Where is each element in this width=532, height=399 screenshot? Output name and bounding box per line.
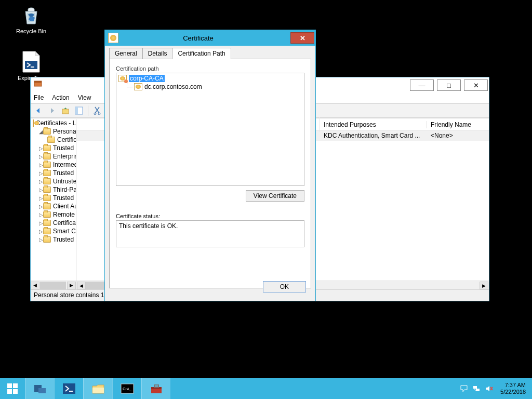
folder-icon bbox=[43, 128, 51, 135]
taskbar-powershell[interactable] bbox=[54, 378, 83, 399]
tree-root[interactable]: Certificates - Local C bbox=[31, 119, 76, 127]
tree-node[interactable]: ▷Trusted People bbox=[31, 194, 76, 202]
tree-label: Enterprise Trust bbox=[53, 153, 76, 160]
tabs: General Details Certification Path bbox=[109, 48, 311, 59]
folder-icon bbox=[43, 170, 51, 176]
expand-icon[interactable]: ▷ bbox=[39, 195, 43, 201]
network-icon[interactable] bbox=[472, 384, 481, 393]
certification-path-tree[interactable]: corp-CA-CA dc.corp.contoso.com bbox=[116, 73, 304, 186]
folder-icon bbox=[43, 211, 51, 218]
tree-node[interactable]: ▷Untrusted Certific bbox=[31, 177, 76, 185]
tree-horizontal-scrollbar[interactable]: ◀ ▶ bbox=[31, 281, 76, 289]
clock-time: 7:37 AM bbox=[500, 382, 526, 389]
expand-icon[interactable]: ▷ bbox=[39, 162, 43, 168]
tab-general[interactable]: General bbox=[109, 48, 143, 59]
expand-icon[interactable]: ▷ bbox=[39, 220, 43, 226]
tree-node[interactable]: ▷Trusted Devices bbox=[31, 235, 76, 244]
toolbar-separator bbox=[88, 105, 88, 116]
svg-rect-8 bbox=[7, 383, 12, 388]
svg-rect-3 bbox=[62, 109, 69, 114]
tree-personal[interactable]: ◢ Personal bbox=[31, 127, 76, 136]
expand-icon[interactable]: ▷ bbox=[39, 154, 43, 159]
show-hide-tree-button[interactable] bbox=[73, 105, 85, 116]
cert-chain-root[interactable]: corp-CA-CA bbox=[117, 74, 303, 83]
maximize-button[interactable]: □ bbox=[437, 79, 461, 91]
cert-chain-leaf[interactable]: dc.corp.contoso.com bbox=[117, 83, 303, 91]
expand-icon[interactable]: ▷ bbox=[39, 204, 43, 209]
tree-label: Intermediate Cer bbox=[53, 161, 76, 168]
tree-label: Certificate Enroll bbox=[53, 219, 76, 227]
tree-node[interactable]: ▷Trusted Publisher bbox=[31, 169, 76, 177]
certificate-dialog-titlebar[interactable]: Certificate ✕ bbox=[105, 30, 315, 46]
file-explorer-icon bbox=[91, 382, 105, 395]
svg-rect-0 bbox=[25, 61, 37, 69]
svg-rect-20 bbox=[154, 385, 158, 387]
taskbar-clock[interactable]: 7:37 AM 5/22/2018 bbox=[497, 382, 529, 395]
tree-node[interactable]: ▷Third-Party Root bbox=[31, 185, 76, 194]
menu-view[interactable]: View bbox=[78, 94, 91, 101]
cut-button[interactable] bbox=[91, 105, 103, 116]
tab-certification-path[interactable]: Certification Path bbox=[172, 48, 231, 59]
cert-chain-label: dc.corp.contoso.com bbox=[144, 83, 202, 90]
svg-rect-21 bbox=[473, 386, 477, 389]
forward-button[interactable] bbox=[46, 105, 58, 116]
scroll-right-icon[interactable]: ▶ bbox=[67, 282, 76, 289]
scroll-left-icon[interactable]: ◀ bbox=[31, 282, 39, 289]
tree-node[interactable]: ▷Certificate Enroll bbox=[31, 219, 76, 227]
start-button[interactable] bbox=[0, 378, 25, 399]
tree-label: Untrusted Certific bbox=[53, 178, 76, 185]
action-center-icon[interactable] bbox=[460, 384, 468, 393]
scroll-thumb[interactable] bbox=[40, 282, 66, 289]
svg-rect-10 bbox=[7, 389, 12, 394]
tree-label: Certificates bbox=[57, 136, 76, 143]
expand-icon[interactable]: ▷ bbox=[39, 170, 43, 176]
tree-node[interactable]: ▷Enterprise Trust bbox=[31, 152, 76, 161]
tab-details[interactable]: Details bbox=[142, 48, 173, 59]
cell-friendly: <None> bbox=[427, 132, 489, 139]
minimize-button[interactable]: — bbox=[410, 79, 434, 91]
expand-icon[interactable]: ▷ bbox=[39, 145, 43, 151]
svg-rect-13 bbox=[38, 388, 46, 393]
tree-node[interactable]: ▷Intermediate Cer bbox=[31, 161, 76, 169]
svg-rect-11 bbox=[13, 389, 18, 394]
up-button[interactable] bbox=[60, 105, 71, 116]
close-button[interactable]: ✕ bbox=[464, 79, 488, 91]
scroll-left-icon[interactable]: ◀ bbox=[77, 282, 86, 289]
cmd-icon: C:\\_ bbox=[120, 382, 135, 395]
view-certificate-button[interactable]: View Certificate bbox=[246, 190, 304, 202]
taskbar-server-manager[interactable] bbox=[25, 378, 54, 399]
ok-button[interactable]: OK bbox=[263, 281, 306, 292]
volume-muted-icon[interactable] bbox=[485, 384, 493, 393]
cell-intended: KDC Authentication, Smart Card ... bbox=[320, 132, 427, 139]
close-button[interactable]: ✕ bbox=[290, 32, 314, 44]
scroll-right-icon[interactable]: ▶ bbox=[480, 282, 488, 289]
menu-file[interactable]: File bbox=[34, 94, 44, 101]
folder-icon bbox=[43, 162, 51, 168]
tree-certificates[interactable]: Certificates bbox=[31, 136, 76, 144]
expand-icon[interactable]: ▷ bbox=[39, 229, 43, 234]
taskbar-mmc[interactable] bbox=[141, 378, 170, 399]
tree-node[interactable]: ▷Trusted Root Cer bbox=[31, 144, 76, 152]
col-intended-purposes[interactable]: Intended Purposes bbox=[320, 121, 427, 128]
expand-icon[interactable]: ▷ bbox=[39, 237, 43, 243]
tree-label: Third-Party Root bbox=[53, 186, 76, 193]
tree-node[interactable]: ▷Remote Desktop bbox=[31, 210, 76, 219]
tree-node[interactable]: ▷Client Authentica bbox=[31, 202, 76, 210]
svg-rect-15 bbox=[92, 388, 104, 393]
col-friendly-name[interactable]: Friendly Name bbox=[427, 121, 489, 128]
taskbar-explorer[interactable] bbox=[83, 378, 112, 399]
expand-icon[interactable]: ▷ bbox=[39, 187, 43, 193]
desktop-icon-recycle-bin[interactable]: Recycle Bin bbox=[11, 4, 51, 34]
tree-label: Client Authentica bbox=[53, 203, 76, 210]
certificate-icon bbox=[134, 83, 142, 90]
expand-icon[interactable]: ▷ bbox=[39, 179, 43, 184]
folder-icon bbox=[43, 178, 51, 184]
back-button[interactable] bbox=[33, 105, 44, 116]
powershell-file-icon bbox=[20, 51, 42, 73]
tree-node[interactable]: ▷Smart Card Trust bbox=[31, 227, 76, 235]
expand-icon[interactable]: ▷ bbox=[39, 212, 43, 218]
mmc-tree[interactable]: Certificates - Local C ◢ Personal Certif… bbox=[31, 119, 76, 289]
menu-action[interactable]: Action bbox=[52, 94, 69, 101]
collapse-icon[interactable]: ◢ bbox=[39, 129, 43, 135]
taskbar-cmd[interactable]: C:\\_ bbox=[112, 378, 141, 399]
